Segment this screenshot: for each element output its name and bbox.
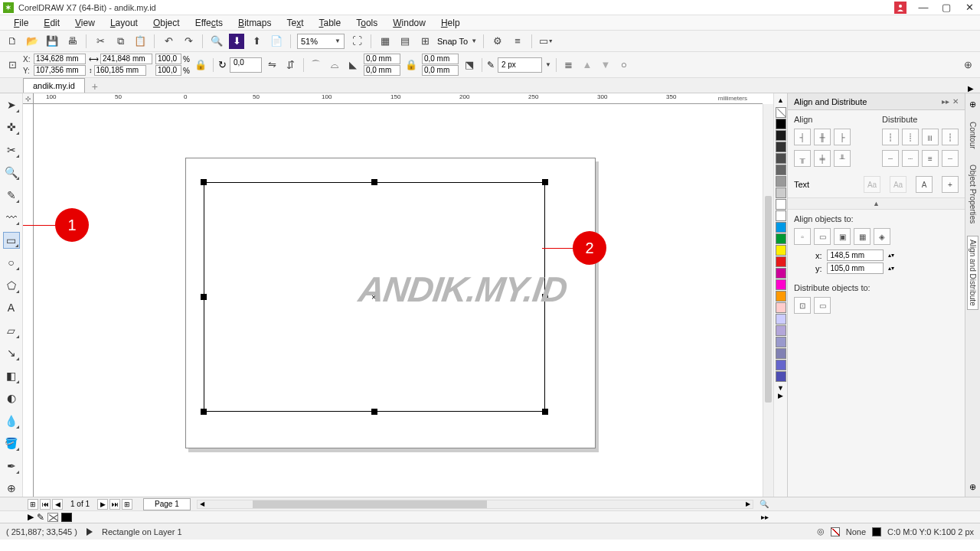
scale-y-input[interactable]: 100,0 [155,65,181,76]
align-left-icon[interactable]: ┤ [794,129,811,145]
add-docker-icon[interactable]: ⊕ [969,99,976,109]
snap-icon[interactable]: ⊞ [417,34,433,49]
new-icon[interactable]: 🗋 [5,34,20,49]
dist-space-v-icon[interactable]: ≡ [922,150,939,167]
copy-icon[interactable]: ⧉ [113,34,128,49]
color-swatch[interactable] [776,119,786,129]
dist-space-h-icon[interactable]: ⫼ [922,129,939,145]
first-page-button[interactable]: ⊞ [28,499,38,510]
align-right-icon[interactable]: ├ [834,129,851,145]
corner-tr-input[interactable]: 0,0 mm [422,54,459,64]
dist-to-selection-icon[interactable]: ⊡ [794,297,811,314]
grid-icon[interactable]: ▦ [377,34,393,49]
menu-effects[interactable]: Effects [188,16,230,30]
color-swatch[interactable] [776,165,786,175]
handle-tl[interactable] [201,179,207,185]
outline-swatch-icon[interactable] [872,527,881,536]
undo-icon[interactable]: ↶ [161,34,176,49]
eyedropper-tool-icon[interactable]: 💧 [3,412,20,429]
prev-page-button[interactable]: ⏮ [40,499,51,510]
shape-tool-icon[interactable]: ✜ [3,119,20,136]
print-icon[interactable]: 🖶 [64,34,80,49]
handle-bc[interactable] [371,409,377,415]
scale-x-input[interactable]: 100,0 [155,54,181,64]
docker-expand-icon[interactable]: ⊕ [969,482,976,492]
save-icon[interactable]: 💾 [44,34,60,49]
color-swatch[interactable] [776,291,786,302]
corner-round-icon[interactable]: ⌒ [309,57,324,73]
custom-tool-icon[interactable]: ⊕ [3,481,20,497]
wrap-text-icon[interactable]: ≣ [561,57,577,73]
menu-tools[interactable]: Tools [348,16,385,30]
color-swatch[interactable] [776,314,786,324]
fullscreen-icon[interactable]: ⛶ [349,34,364,49]
color-swatch[interactable] [776,199,786,210]
color-swatch[interactable] [776,302,786,313]
rotation-input[interactable]: 0,0 [230,57,262,73]
align-bottom-icon[interactable]: ╨ [834,150,851,167]
freehand-tool-icon[interactable]: ✎ [3,187,20,204]
corner-scallop-icon[interactable]: ⌓ [327,57,342,73]
mirror-v-icon[interactable]: ⇵ [283,57,299,73]
align-to-point-icon[interactable]: ◈ [874,228,890,245]
outline-width-input[interactable]: 2 px [498,57,542,73]
width-input[interactable]: 241,848 mm [100,54,152,64]
outline-dropdown-icon[interactable]: ▼ [545,61,551,68]
vertical-ruler[interactable] [23,104,34,497]
corner-chamfer-icon[interactable]: ◣ [345,57,361,73]
color-swatch[interactable] [776,245,786,256]
handle-br[interactable] [542,409,548,415]
menu-view[interactable]: View [67,16,103,30]
height-input[interactable]: 160,185 mm [94,65,146,76]
dist-left-icon[interactable]: ┆ [882,129,899,145]
fill-swatch-icon[interactable] [831,527,840,536]
fill-none-swatch[interactable] [47,513,58,522]
to-back-icon[interactable]: ▼ [598,57,613,73]
quick-customize-icon[interactable]: ⊕ [960,57,975,73]
palette-down-icon[interactable]: ▼ [777,384,784,392]
outline-tool-icon[interactable]: ✒ [3,458,20,474]
palette-more-icon[interactable]: ▸▸ [761,513,769,521]
color-swatch[interactable] [776,371,786,382]
dist-bottom-icon[interactable]: ┄ [942,150,959,167]
x-position-input[interactable]: 134,628 mm [34,54,86,64]
color-swatch[interactable] [776,256,786,267]
dist-center-v-icon[interactable]: ┈ [902,150,919,167]
color-proof-icon[interactable]: ◎ [817,527,825,536]
minimize-button[interactable]: — [916,2,931,14]
page-zoom-icon[interactable]: 🔍 [760,500,773,508]
launch-icon[interactable]: ≡ [510,34,525,49]
next-page-button[interactable]: ⏭ [109,499,120,510]
relative-corner-icon[interactable]: ⬔ [462,57,477,73]
menu-file[interactable]: File [6,16,36,30]
y-position-input[interactable]: 107,356 mm [34,65,86,76]
handle-ml[interactable] [201,294,207,300]
add-page-button[interactable]: ⊞ [122,499,132,510]
page-fwd-button[interactable]: ▶ [97,499,108,510]
zoom-tool-icon[interactable]: 🔍 [3,165,20,181]
color-swatch[interactable] [776,176,786,187]
cut-icon[interactable]: ✂ [93,34,108,49]
import-icon[interactable]: ⬇ [229,34,244,49]
search-icon[interactable]: 🔍 [209,34,224,49]
page-tab[interactable]: Page 1 [143,498,191,510]
no-fill-swatch[interactable] [776,107,786,118]
dist-to-page-icon[interactable]: ▭ [814,297,831,314]
docker-close-icon[interactable]: ✕ [952,97,959,106]
handle-tr[interactable] [542,179,548,185]
docker-collapse-icon[interactable]: ▸▸ [942,97,949,106]
align-to-grid-icon[interactable]: ▦ [854,228,871,245]
open-icon[interactable]: 📂 [24,34,40,49]
menu-layout[interactable]: Layout [103,16,145,30]
color-swatch[interactable] [776,360,786,370]
pick-tool-icon[interactable]: ➤ [3,96,20,113]
align-y-input[interactable]: 105,0 mm [827,262,884,274]
new-tab-button[interactable]: + [88,80,102,93]
tab-contour[interactable]: Contour [968,119,978,152]
dist-right-icon[interactable]: ┆ [942,129,959,145]
text-align-3-icon[interactable]: A [916,176,933,193]
menu-edit[interactable]: Edit [36,16,67,30]
corner-br-input[interactable]: 0,0 mm [422,65,459,76]
to-front-icon[interactable]: ▲ [580,57,595,73]
export-icon[interactable]: ⬆ [249,34,264,49]
